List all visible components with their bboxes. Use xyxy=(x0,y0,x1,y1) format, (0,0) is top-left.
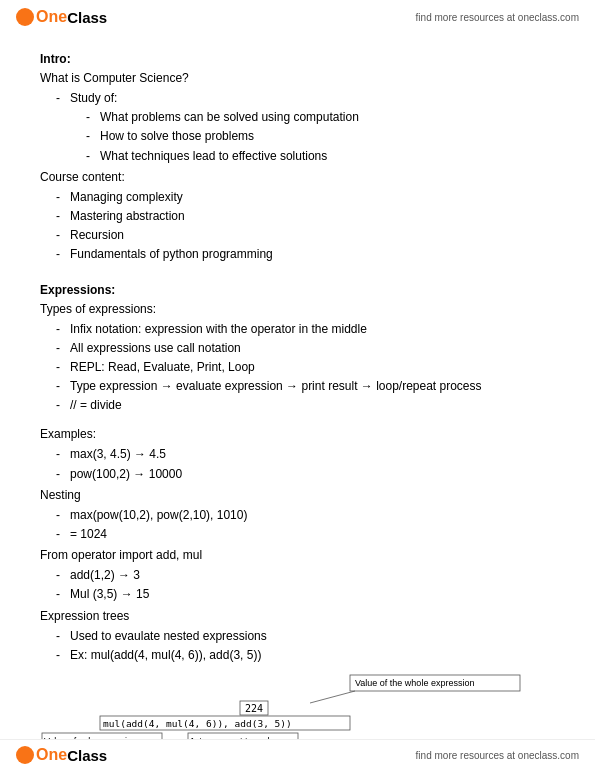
from-operator: From operator import add, mul xyxy=(40,546,555,564)
logo-class-text: Class xyxy=(67,9,107,26)
course-items-list: Managing complexity Mastering abstractio… xyxy=(40,188,555,265)
list-item: = 1024 xyxy=(56,525,555,544)
list-item: Used to evaulate nested expressions xyxy=(56,627,555,646)
footer-tagline: find more resources at oneclass.com xyxy=(416,750,579,761)
footer-logo-one: One xyxy=(36,746,67,764)
header: OneClass find more resources at oneclass… xyxy=(0,0,595,34)
list-item: Recursion xyxy=(56,226,555,245)
type-items-list: Infix notation: expression with the oper… xyxy=(40,320,555,416)
svg-text:mul(add(4, mul(4, 6)), add(3, : mul(add(4, mul(4, 6)), add(3, 5)) xyxy=(103,718,292,729)
svg-line-2 xyxy=(310,691,355,703)
logo-one-text: One xyxy=(36,8,67,26)
intro-study-label: Study of: What problems can be solved us… xyxy=(56,89,555,166)
intro-study-sub-list: What problems can be solved using comput… xyxy=(70,108,555,166)
expressions-title: Expressions: xyxy=(40,283,555,297)
types-label: Types of expressions: xyxy=(40,300,555,318)
list-item: pow(100,2) → 10000 xyxy=(56,465,555,484)
footer-logo-circle xyxy=(16,746,34,764)
course-content-label: Course content: xyxy=(40,168,555,186)
list-item: Mul (3,5) → 15 xyxy=(56,585,555,604)
svg-text:224: 224 xyxy=(245,703,263,714)
logo-circle xyxy=(16,8,34,26)
main-content: Intro: What is Computer Science? Study o… xyxy=(0,34,595,770)
logo: OneClass xyxy=(16,8,107,26)
nesting-list: max(pow(10,2), pow(2,10), 1010) = 1024 xyxy=(40,506,555,544)
list-item: REPL: Read, Evaluate, Print, Loop xyxy=(56,358,555,377)
svg-text:Value of the whole expression: Value of the whole expression xyxy=(355,678,474,688)
nesting-label: Nesting xyxy=(40,486,555,504)
header-tagline: find more resources at oneclass.com xyxy=(416,12,579,23)
list-item: What techniques lead to effective soluti… xyxy=(86,147,555,166)
operator-list: add(1,2) → 3 Mul (3,5) → 15 xyxy=(40,566,555,604)
list-item: Managing complexity xyxy=(56,188,555,207)
list-item: max(3, 4.5) → 4.5 xyxy=(56,445,555,464)
list-item: Ex: mul(add(4, mul(4, 6)), add(3, 5)) xyxy=(56,646,555,665)
list-item: add(1,2) → 3 xyxy=(56,566,555,585)
list-item: Type expression → evaluate expression → … xyxy=(56,377,555,396)
list-item: Infix notation: expression with the oper… xyxy=(56,320,555,339)
list-item: What problems can be solved using comput… xyxy=(86,108,555,127)
footer: OneClass find more resources at oneclass… xyxy=(0,739,595,770)
list-item: Fundamentals of python programming xyxy=(56,245,555,264)
intro-study-list: Study of: What problems can be solved us… xyxy=(40,89,555,166)
list-item: All expressions use call notation xyxy=(56,339,555,358)
footer-logo: OneClass xyxy=(16,746,107,764)
footer-logo-class: Class xyxy=(67,747,107,764)
list-item: // = divide xyxy=(56,396,555,415)
expression-trees-label: Expression trees xyxy=(40,607,555,625)
list-item: How to solve those problems xyxy=(86,127,555,146)
list-item: max(pow(10,2), pow(2,10), 1010) xyxy=(56,506,555,525)
examples-label: Examples: xyxy=(40,425,555,443)
expression-tree-list: Used to evaulate nested expressions Ex: … xyxy=(40,627,555,665)
examples-list: max(3, 4.5) → 4.5 pow(100,2) → 10000 xyxy=(40,445,555,483)
intro-question: What is Computer Science? xyxy=(40,69,555,87)
intro-title: Intro: xyxy=(40,52,555,66)
list-item: Mastering abstraction xyxy=(56,207,555,226)
